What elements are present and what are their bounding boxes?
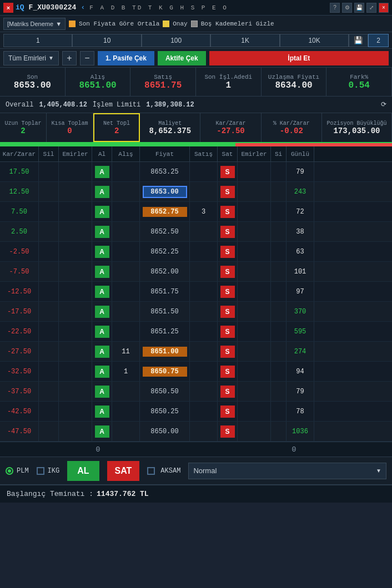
- sat-button[interactable]: S: [220, 186, 235, 198]
- sat-cell[interactable]: S: [218, 422, 238, 441]
- aktife-cek-button[interactable]: Aktife Çek: [158, 51, 206, 65]
- al-cell[interactable]: A: [92, 182, 112, 201]
- qty-10-button[interactable]: 10: [72, 34, 141, 47]
- al-cell[interactable]: A: [92, 262, 112, 281]
- expand-button[interactable]: ⤢: [366, 3, 376, 13]
- qty-1-button[interactable]: 1: [3, 34, 72, 47]
- aksam-checkbox[interactable]: [147, 467, 155, 475]
- al-cell[interactable]: A: [92, 222, 112, 241]
- al-cell[interactable]: A: [92, 242, 112, 261]
- sat-button[interactable]: S: [220, 246, 235, 258]
- emirler-r-cell: [238, 362, 271, 381]
- al-cell[interactable]: A: [92, 202, 112, 221]
- profile-dropdown[interactable]: [Matriks Deneme ▼: [3, 18, 66, 30]
- fiyat-blue: 8653.00: [143, 186, 187, 198]
- sat-button[interactable]: S: [220, 306, 235, 318]
- sat-button[interactable]: S: [220, 166, 235, 178]
- pasife-cek-button[interactable]: 1. Pasife Çek: [98, 51, 154, 65]
- tum-emirleri-dropdown[interactable]: Tüm Emirleri ▼: [3, 51, 59, 65]
- al-button[interactable]: A: [95, 366, 109, 378]
- satis-qty-cell: [190, 382, 218, 401]
- al-button[interactable]: A: [95, 266, 109, 278]
- si-cell: [271, 242, 287, 261]
- al-cell[interactable]: A: [92, 362, 112, 381]
- sat-cell[interactable]: S: [218, 362, 238, 381]
- al-button[interactable]: A: [95, 306, 109, 318]
- gunlu-cell: 38: [287, 222, 314, 241]
- al-cell[interactable]: A: [92, 302, 112, 321]
- al-cell[interactable]: A: [92, 282, 112, 301]
- qty-10k-button[interactable]: 10K: [280, 34, 349, 47]
- refresh-icon[interactable]: ⟳: [381, 100, 386, 109]
- minus-button[interactable]: −: [80, 51, 94, 65]
- qty-1k-button[interactable]: 1K: [210, 34, 279, 47]
- al-cell[interactable]: A: [92, 322, 112, 341]
- table-row: -12.50 A 8651.75 S 97: [0, 282, 392, 302]
- close-win-button[interactable]: ×: [379, 3, 389, 13]
- sat-cell[interactable]: S: [218, 202, 238, 221]
- sat-cell[interactable]: S: [218, 322, 238, 341]
- plus-button[interactable]: +: [62, 51, 77, 65]
- fiyat-orange: 8652.75: [143, 207, 187, 217]
- sat-cell[interactable]: S: [218, 342, 238, 361]
- fiyat-cell: 8653.00: [140, 182, 190, 201]
- sat-cell[interactable]: S: [218, 182, 238, 201]
- sat-button[interactable]: S: [220, 266, 235, 278]
- settings-button[interactable]: ⚙: [342, 3, 352, 13]
- al-button[interactable]: A: [95, 405, 109, 418]
- iptal-et-button[interactable]: İptal Et: [209, 51, 389, 65]
- sat-cell[interactable]: S: [218, 302, 238, 321]
- table-row: -2.50 A 8652.25 S 63: [0, 242, 392, 262]
- close-button[interactable]: ×: [3, 3, 13, 13]
- si-cell: [271, 322, 287, 341]
- ikg-checkbox[interactable]: [37, 467, 44, 475]
- fiyat-normal: 8650.50: [150, 388, 178, 396]
- al-button[interactable]: A: [95, 346, 109, 358]
- sat-button[interactable]: S: [220, 386, 235, 398]
- normal-dropdown[interactable]: Normal ▼: [188, 463, 386, 479]
- al-button[interactable]: A: [95, 425, 109, 438]
- al-cell[interactable]: A: [92, 422, 112, 441]
- qty-save-button[interactable]: 💾: [349, 34, 368, 47]
- sat-button[interactable]: S: [220, 425, 235, 438]
- al-button[interactable]: A: [95, 166, 109, 178]
- kar-zarar-cell: 7.50: [0, 202, 39, 221]
- help-button[interactable]: ?: [330, 3, 340, 13]
- si-cell: [271, 302, 287, 321]
- sat-cell[interactable]: S: [218, 262, 238, 281]
- al-button[interactable]: A: [95, 186, 109, 198]
- chevron-down-icon: ▼: [48, 55, 54, 61]
- sat-button[interactable]: S: [220, 326, 235, 338]
- sat-button[interactable]: S: [220, 206, 235, 218]
- al-button[interactable]: A: [95, 386, 109, 398]
- sat-cell[interactable]: S: [218, 222, 238, 241]
- al-button[interactable]: AL: [67, 461, 99, 481]
- al-cell[interactable]: A: [92, 402, 112, 421]
- al-cell[interactable]: A: [92, 162, 112, 181]
- qty-2-button[interactable]: 2: [368, 34, 389, 47]
- qty-100-button[interactable]: 100: [142, 34, 210, 47]
- sat-button[interactable]: S: [220, 346, 235, 358]
- sat-cell[interactable]: S: [218, 402, 238, 421]
- plm-radio[interactable]: [6, 467, 13, 475]
- al-button[interactable]: A: [95, 226, 109, 238]
- al-button[interactable]: A: [95, 246, 109, 258]
- al-cell[interactable]: A: [92, 382, 112, 401]
- sat-cell[interactable]: S: [218, 282, 238, 301]
- sat-button[interactable]: S: [220, 226, 235, 238]
- sat-cell[interactable]: S: [218, 242, 238, 261]
- sat-cell[interactable]: S: [218, 162, 238, 181]
- sat-button[interactable]: SAT: [107, 461, 140, 481]
- al-button[interactable]: A: [95, 206, 109, 218]
- al-button[interactable]: A: [95, 326, 109, 338]
- position-summary-row: Uzun Toplar 2 Kısa Toplam 0 Net Topl 2 M…: [0, 113, 392, 143]
- sat-button[interactable]: S: [220, 405, 235, 418]
- sat-button[interactable]: S: [220, 286, 235, 298]
- sat-cell[interactable]: S: [218, 382, 238, 401]
- footer-value: 11437.762 TL: [97, 490, 149, 498]
- sat-button[interactable]: S: [220, 366, 235, 378]
- al-cell[interactable]: A: [92, 342, 112, 361]
- order-book-table: 17.50 A 8653.25 S 79 12.50 A 8653.00 S: [0, 162, 392, 442]
- al-button[interactable]: A: [95, 286, 109, 298]
- save-button[interactable]: 💾: [354, 3, 364, 13]
